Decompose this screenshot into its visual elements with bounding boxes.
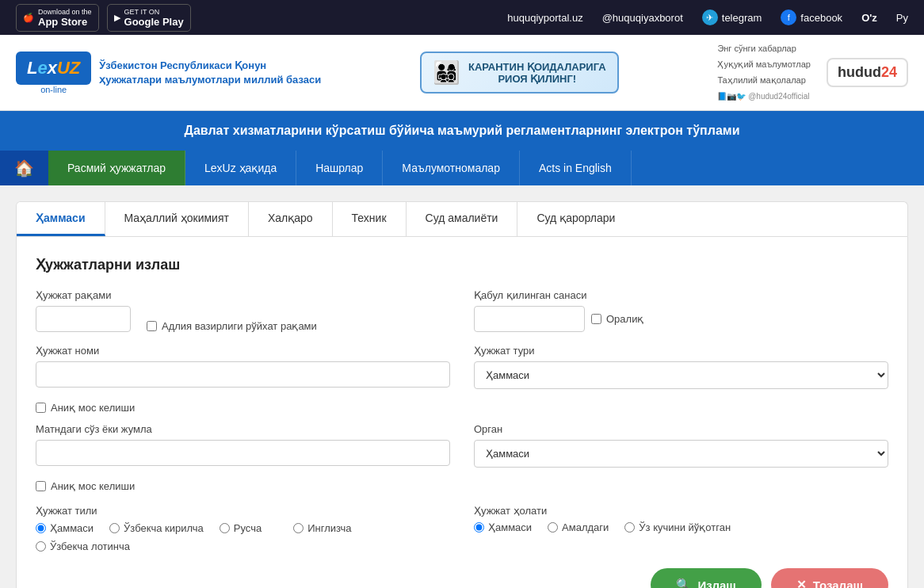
quarantine-banner[interactable]: 👨‍👩‍👧‍👦 КАРАНТИН ҚОИДАЛАРИГА РИОЯ ҚИЛИНГ… bbox=[420, 52, 619, 94]
lang-uz-lat-text: Ўзбекча лотинча bbox=[50, 540, 130, 552]
lang-uz-lat-label[interactable]: Ўзбекча лотинча bbox=[36, 540, 130, 552]
nav-item-references-label: Маълумотномалар bbox=[402, 162, 500, 174]
status-expired-text: Ўз кучини йўқотган bbox=[639, 521, 731, 533]
nav-home-button[interactable]: 🏠 bbox=[0, 151, 48, 185]
doc-name-input[interactable] bbox=[36, 361, 450, 388]
exact-match-1-checkbox[interactable] bbox=[36, 403, 46, 413]
exact-match-1-label[interactable]: Аниқ мос келиши bbox=[36, 402, 135, 414]
hudud-logo[interactable]: hudud24 bbox=[827, 58, 908, 87]
telegram-link[interactable]: @huquqiyaxborot bbox=[602, 12, 683, 24]
status-all-radio[interactable] bbox=[474, 522, 484, 533]
nav-item-acts-english[interactable]: Acts in English bbox=[520, 151, 632, 185]
lang-ru-radio[interactable] bbox=[220, 523, 230, 533]
logo[interactable]: LexUZ bbox=[16, 52, 91, 85]
nav-item-about[interactable]: LexUz ҳақида bbox=[185, 151, 296, 185]
exact-match-2-checkbox[interactable] bbox=[36, 481, 46, 491]
hudud-link3[interactable]: Таҳлилий мақолалар bbox=[717, 73, 811, 89]
facebook-link[interactable]: f facebook bbox=[781, 10, 842, 25]
logo-section: LexUZ on-line Ўзбекистон Республикаси Қо… bbox=[16, 52, 321, 94]
tab-all-label: Ҳаммаси bbox=[36, 212, 86, 224]
exact-match-row-1: Аниқ мос келиши bbox=[36, 402, 888, 414]
lang-all-radio[interactable] bbox=[36, 523, 46, 533]
logo-x: x bbox=[48, 58, 57, 78]
doc-name-group: Ҳужжат номи bbox=[36, 345, 450, 389]
range-check-label[interactable]: Оралиқ bbox=[591, 313, 643, 325]
lang-uz-btn[interactable]: O'z bbox=[861, 12, 877, 24]
quarantine-line2: РИОЯ ҚИЛИНГ! bbox=[468, 73, 606, 85]
range-label-text: Оралиқ bbox=[606, 313, 643, 325]
tab-international[interactable]: Халқаро bbox=[249, 202, 333, 236]
tab-court-practice[interactable]: Суд амалиёти bbox=[407, 202, 518, 236]
google-play-badge[interactable]: ▶ GET IT ON Google Play bbox=[107, 4, 191, 32]
apple-icon: 🍎 bbox=[23, 13, 34, 23]
search-button[interactable]: 🔍 Излаш bbox=[651, 568, 761, 588]
lang-en-radio[interactable] bbox=[293, 523, 304, 533]
status-active-text: Амалдаги bbox=[562, 521, 609, 533]
lang-uz-cyr-label[interactable]: Ўзбекча кирилча bbox=[109, 522, 204, 534]
lang-ru-btn[interactable]: Ру bbox=[896, 12, 908, 24]
document-tabs: Ҳаммаси Маҳаллий ҳокимият Халқаро Техник… bbox=[16, 201, 908, 236]
adlia-check-text: Адлия вазирлиги рўйхат рақами bbox=[162, 320, 317, 332]
status-all-text: Ҳаммаси bbox=[488, 521, 532, 533]
hudud-link2[interactable]: Ҳуқуқий маълумотлар bbox=[717, 57, 811, 73]
site-title-line1: Ўзбекистон Республикаси Қонун bbox=[99, 59, 321, 73]
telegram-label: telegram bbox=[722, 12, 762, 24]
doc-number-input[interactable] bbox=[36, 306, 131, 332]
family-icon: 👨‍👩‍👧‍👦 bbox=[433, 59, 460, 86]
text-search-input[interactable] bbox=[36, 440, 450, 466]
tab-court-decisions[interactable]: Суд қарорлари bbox=[517, 202, 634, 236]
language-radio-group: Ҳаммаси Ўзбекча кирилча Русча Инглизча bbox=[36, 521, 450, 552]
tab-all[interactable]: Ҳаммаси bbox=[17, 202, 105, 236]
banner-section: 👨‍👩‍👧‍👦 КАРАНТИН ҚОИДАЛАРИГА РИОЯ ҚИЛИНГ… bbox=[337, 52, 701, 94]
adlia-checkbox[interactable] bbox=[147, 321, 157, 331]
doc-number-row: Адлия вазирлиги рўйхат рақами bbox=[36, 306, 450, 332]
main-content: Ҳаммаси Маҳаллий ҳокимият Халқаро Техник… bbox=[0, 185, 924, 588]
telegram-icon: ✈ bbox=[702, 10, 718, 25]
adlia-check-label[interactable]: Адлия вазирлиги рўйхат рақами bbox=[147, 320, 317, 332]
accepted-date-label: Қабул қилинган санаси bbox=[474, 289, 888, 301]
quarantine-line1: КАРАНТИН ҚОИДАЛАРИГА bbox=[468, 61, 606, 73]
search-btn-label: Излаш bbox=[697, 578, 735, 588]
logo-online: on-line bbox=[40, 85, 67, 94]
header: LexUZ on-line Ўзбекистон Республикаси Қо… bbox=[0, 35, 924, 111]
app-store-badge[interactable]: 🍎 Download on the App Store bbox=[16, 4, 99, 32]
nav-item-official-docs-label: Расмий ҳужжатлар bbox=[67, 162, 166, 174]
clear-button[interactable]: ✕ Тозалаш bbox=[771, 568, 888, 588]
tab-local-gov[interactable]: Маҳаллий ҳокимият bbox=[105, 202, 249, 236]
lang-all-label[interactable]: Ҳаммаси bbox=[36, 522, 94, 534]
nav-item-acts-english-label: Acts in English bbox=[539, 162, 612, 174]
nav-item-publications[interactable]: Нашрлар bbox=[296, 151, 383, 185]
nav-item-references[interactable]: Маълумотномалар bbox=[383, 151, 520, 185]
lang-en-label[interactable]: Инглизча bbox=[293, 522, 351, 534]
doc-language-label: Ҳужжат тили bbox=[36, 505, 450, 517]
status-active-label[interactable]: Амалдаги bbox=[548, 521, 609, 533]
range-checkbox[interactable] bbox=[591, 314, 601, 324]
telegram-icon-link[interactable]: ✈ telegram bbox=[702, 10, 762, 25]
status-all-label[interactable]: Ҳаммаси bbox=[474, 521, 532, 533]
exact-match-2-label[interactable]: Аниқ мос келиши bbox=[36, 480, 135, 492]
status-active-radio[interactable] bbox=[548, 522, 558, 533]
date-from-input[interactable] bbox=[474, 306, 585, 332]
hudud-link1[interactable]: Энг сўнги хабарлар bbox=[717, 41, 811, 57]
tab-technical[interactable]: Техник bbox=[333, 202, 407, 236]
text-search-label: Матндаги сўз ёки жумла bbox=[36, 423, 450, 435]
tab-court-decisions-label: Суд қарорлари bbox=[536, 212, 615, 224]
hudud-section: Энг сўнги хабарлар Ҳуқуқий маълумотлар Т… bbox=[717, 41, 908, 104]
nav-item-official-docs[interactable]: Расмий ҳужжатлар bbox=[48, 151, 185, 185]
site-title: Ўзбекистон Республикаси Қонун ҳужжатлари… bbox=[99, 59, 321, 87]
blue-banner: Давлат хизматларини кўрсатиш бўйича маъм… bbox=[0, 111, 924, 151]
organ-select[interactable]: Ҳаммаси bbox=[474, 440, 888, 468]
portal-link[interactable]: huquqiyportal.uz bbox=[507, 12, 582, 24]
hudud-logo-text: hudud bbox=[838, 64, 881, 80]
organ-group: Орган Ҳаммаси bbox=[474, 423, 888, 468]
app-store-line1: Download on the bbox=[38, 8, 92, 16]
lang-uz-lat-radio[interactable] bbox=[36, 541, 46, 552]
lang-uz-cyr-radio[interactable] bbox=[109, 523, 120, 533]
doc-type-group: Ҳужжат тури Ҳаммаси bbox=[474, 345, 888, 389]
form-actions: 🔍 Излаш ✕ Тозалаш bbox=[36, 568, 888, 588]
doc-number-label: Ҳужжат рақами bbox=[36, 289, 450, 301]
lang-ru-label[interactable]: Русча bbox=[220, 522, 262, 534]
status-expired-label[interactable]: Ўз кучини йўқотган bbox=[624, 521, 731, 533]
status-expired-radio[interactable] bbox=[624, 522, 635, 533]
doc-type-select[interactable]: Ҳаммаси bbox=[474, 361, 888, 389]
